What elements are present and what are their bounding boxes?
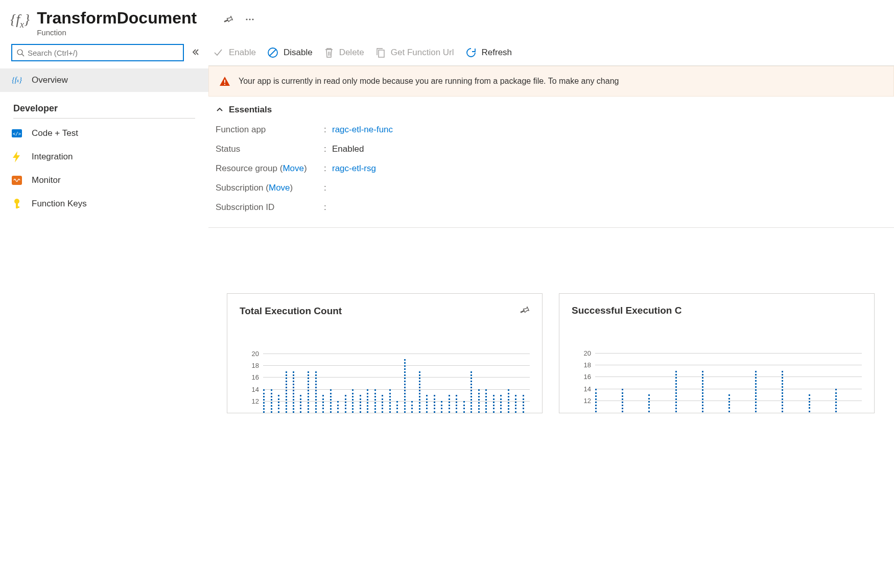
more-icon[interactable] xyxy=(245,14,255,25)
page-subtitle: Function xyxy=(37,28,197,37)
enable-button: Enable xyxy=(213,47,256,58)
integration-icon xyxy=(11,151,22,162)
svg-rect-7 xyxy=(12,176,22,185)
sidebar-item-label: Integration xyxy=(32,152,73,162)
check-icon xyxy=(213,47,224,58)
chart-title: Total Execution Count xyxy=(240,305,342,317)
essentials-row-subscription: Subscription (Move) : xyxy=(216,178,887,198)
get-function-url-button: Get Function Url xyxy=(375,47,454,58)
sidebar-item-integration[interactable]: Integration xyxy=(0,145,208,169)
sidebar-item-label: Monitor xyxy=(32,175,61,185)
sidebar: {fx} Overview Developer </> Code + Test … xyxy=(0,42,208,588)
monitor-icon xyxy=(11,175,22,186)
chart-plot: 1214161820 xyxy=(572,341,862,412)
ess-label: Resource group (Move) xyxy=(216,163,324,174)
pin-chart-icon[interactable] xyxy=(520,305,530,317)
svg-rect-15 xyxy=(224,84,225,85)
essentials-row-resource-group: Resource group (Move) : ragc-etl-rsg xyxy=(216,159,887,178)
charts-row: Total Execution Count 1214161820 Success… xyxy=(208,228,894,413)
pin-icon[interactable] xyxy=(223,14,233,25)
svg-point-3 xyxy=(17,50,22,55)
svg-line-4 xyxy=(22,54,24,56)
svg-rect-14 xyxy=(224,80,225,83)
banner-text: Your app is currently in read only mode … xyxy=(239,77,619,86)
sidebar-item-label: Overview xyxy=(32,75,68,85)
sidebar-item-label: Code + Test xyxy=(32,128,78,138)
delete-label: Delete xyxy=(339,48,364,58)
chart-title: Successful Execution C xyxy=(572,305,681,316)
svg-point-1 xyxy=(249,18,251,20)
main-panel: Enable Disable Delete Get Function Url R… xyxy=(208,42,894,588)
sidebar-item-overview[interactable]: {fx} Overview xyxy=(0,68,208,92)
disable-label: Disable xyxy=(284,48,313,58)
svg-text:</>: </> xyxy=(13,131,21,136)
resource-group-link[interactable]: ragc-etl-rsg xyxy=(332,163,376,174)
ess-label: Subscription (Move) xyxy=(216,183,324,193)
chart-card-total-execution-count: Total Execution Count 1214161820 xyxy=(227,293,543,413)
function-icon: {fx} xyxy=(10,11,30,30)
ess-value: Enabled xyxy=(332,144,364,154)
search-input-wrapper[interactable] xyxy=(11,44,184,61)
ess-label: Status xyxy=(216,144,324,154)
enable-label: Enable xyxy=(229,48,256,58)
sidebar-item-label: Function Keys xyxy=(32,199,87,209)
essentials-header-label: Essentials xyxy=(229,105,272,115)
search-icon xyxy=(16,49,25,57)
fx-icon: {fx} xyxy=(11,75,22,86)
sidebar-item-code-test[interactable]: </> Code + Test xyxy=(0,122,208,145)
sidebar-section-developer: Developer xyxy=(13,92,195,119)
essentials-row-function-app: Function app : ragc-etl-ne-func xyxy=(216,120,887,139)
get-function-url-label: Get Function Url xyxy=(391,48,454,58)
svg-rect-13 xyxy=(379,50,384,57)
refresh-label: Refresh xyxy=(482,48,512,58)
disable-button[interactable]: Disable xyxy=(267,47,313,58)
sidebar-item-monitor[interactable]: Monitor xyxy=(0,169,208,192)
key-icon xyxy=(11,198,22,209)
essentials-row-status: Status : Enabled xyxy=(216,139,887,159)
refresh-icon xyxy=(465,47,477,58)
chart-plot: 1214161820 xyxy=(240,341,530,413)
svg-rect-10 xyxy=(16,206,19,208)
delete-icon xyxy=(324,47,334,58)
svg-point-8 xyxy=(14,199,19,204)
essentials-panel: Function app : ragc-etl-ne-func Status :… xyxy=(208,120,894,228)
ess-label: Function app xyxy=(216,125,324,135)
search-input[interactable] xyxy=(28,49,179,57)
svg-line-12 xyxy=(270,50,276,56)
ess-label: Subscription ID xyxy=(216,202,324,213)
delete-button: Delete xyxy=(324,47,364,58)
function-app-link[interactable]: ragc-etl-ne-func xyxy=(332,125,393,135)
chevron-up-icon xyxy=(216,106,224,114)
page-title: TransformDocument xyxy=(37,9,197,27)
move-resource-group-link[interactable]: Move xyxy=(283,163,304,173)
copy-icon xyxy=(375,47,386,58)
essentials-row-subscription-id: Subscription ID : xyxy=(216,198,887,217)
code-test-icon: </> xyxy=(11,128,22,139)
svg-point-0 xyxy=(246,18,248,20)
collapse-sidebar-icon[interactable] xyxy=(191,48,199,58)
sidebar-item-function-keys[interactable]: Function Keys xyxy=(0,192,208,216)
disable-icon xyxy=(267,47,278,58)
svg-point-2 xyxy=(252,18,254,20)
essentials-toggle[interactable]: Essentials xyxy=(208,103,894,120)
move-subscription-link[interactable]: Move xyxy=(269,183,290,193)
toolbar: Enable Disable Delete Get Function Url R… xyxy=(208,45,894,65)
chart-card-successful-execution-count: Successful Execution C 1214161820 xyxy=(559,293,875,413)
readonly-banner: Your app is currently in read only mode … xyxy=(208,66,894,97)
warning-icon xyxy=(219,76,230,87)
refresh-button[interactable]: Refresh xyxy=(465,47,512,58)
